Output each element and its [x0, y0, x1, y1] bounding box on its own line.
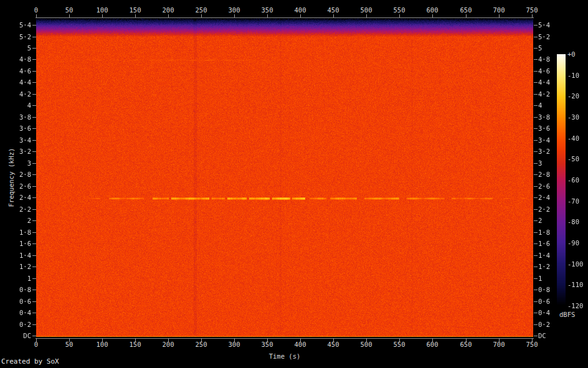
freq-tick-label-left: 4·2	[4, 91, 31, 98]
time-tick-label-bottom: 300	[222, 341, 247, 348]
freq-tick-label-right: 5·4	[538, 22, 566, 29]
freq-tick-right	[534, 301, 538, 302]
freq-tick-left	[32, 267, 36, 267]
time-tick-label-top: 700	[486, 7, 511, 14]
spectrogram-window: Frequency (kHz) Time (s) dBFS Created by…	[0, 0, 588, 368]
time-tick-label-top: 650	[453, 7, 478, 14]
colorbar-tick-label: -60	[567, 177, 588, 184]
freq-tick-left	[32, 105, 36, 106]
freq-tick-left	[32, 197, 36, 198]
freq-tick-label-right: 4·2	[538, 91, 566, 98]
freq-tick-left	[32, 232, 36, 233]
freq-tick-label-right: 0·8	[538, 286, 566, 293]
freq-tick-label-right: 1·4	[538, 252, 566, 259]
freq-tick-left	[32, 48, 36, 49]
time-tick-label-bottom: 200	[156, 341, 181, 348]
freq-tick-right	[534, 186, 538, 187]
freq-tick-label-left: 2·6	[4, 183, 31, 190]
freq-tick-label-right: 4	[538, 102, 566, 109]
time-tick-top	[36, 14, 37, 17]
freq-tick-label-right: 0·6	[538, 298, 566, 305]
time-tick-top	[201, 14, 202, 17]
freq-tick-label-left: 2	[4, 217, 31, 224]
freq-tick-right	[534, 48, 538, 49]
freq-tick-left	[32, 313, 36, 313]
freq-tick-label-left: 1·4	[4, 252, 31, 259]
colorbar-tick-label: -120	[567, 303, 588, 309]
freq-tick-label-right: 0·4	[538, 309, 566, 316]
time-tick-label-bottom: 400	[288, 341, 313, 348]
freq-tick-label-left: 3·8	[4, 114, 31, 121]
freq-tick-label-left: 5·4	[4, 22, 31, 29]
time-tick-label-bottom: 50	[57, 341, 82, 348]
freq-tick-left	[32, 128, 36, 129]
freq-tick-right	[534, 37, 538, 37]
freq-tick-label-left: 4	[4, 102, 31, 109]
freq-tick-left	[32, 255, 36, 256]
freq-tick-label-right: 2	[538, 217, 566, 224]
freq-tick-left	[32, 82, 36, 83]
credit-text: Created by SoX	[1, 357, 59, 366]
freq-tick-right	[534, 255, 538, 256]
freq-tick-left	[32, 151, 36, 152]
time-tick-top	[300, 14, 301, 17]
freq-tick-right	[534, 105, 538, 106]
colorbar-tick-label: -40	[567, 135, 588, 142]
time-tick-label-bottom: 250	[189, 341, 214, 348]
freq-tick-label-right: DC	[538, 333, 566, 339]
freq-tick-label-right: 0·2	[538, 321, 566, 328]
freq-tick-left	[32, 278, 36, 279]
time-tick-label-top: 600	[420, 7, 445, 14]
freq-tick-label-right: 5·2	[538, 34, 566, 40]
freq-tick-right	[534, 140, 538, 141]
freq-tick-label-left: 3	[4, 160, 31, 167]
freq-tick-label-right: 4·4	[538, 79, 566, 86]
freq-tick-left	[32, 59, 36, 60]
freq-tick-left	[32, 140, 36, 141]
freq-tick-left	[32, 94, 36, 95]
colorbar-tick-label: -20	[567, 93, 588, 100]
colorbar-tick-label: -110	[567, 281, 588, 288]
freq-tick-left	[32, 243, 36, 244]
time-tick-label-top: 550	[387, 7, 412, 14]
freq-tick-label-right: 1·2	[538, 263, 566, 270]
time-tick-top	[399, 14, 400, 17]
time-tick-top	[333, 14, 334, 17]
colorbar-tick-label: -30	[567, 114, 588, 121]
time-tick-label-bottom: 650	[453, 341, 478, 348]
time-tick-top	[69, 14, 70, 17]
time-tick-label-top: 400	[288, 7, 313, 14]
freq-tick-left	[32, 220, 36, 221]
freq-tick-right	[534, 197, 538, 198]
time-tick-label-bottom: 0	[24, 341, 49, 348]
time-tick-label-bottom: 150	[123, 341, 148, 348]
time-tick-label-bottom: 100	[90, 341, 115, 348]
colorbar-tick-label: -90	[567, 240, 588, 247]
freq-tick-right	[534, 117, 538, 118]
freq-tick-right	[534, 336, 538, 336]
freq-tick-label-left: 4·4	[4, 79, 31, 86]
freq-tick-label-right: 1·6	[538, 240, 566, 247]
freq-tick-right	[534, 71, 538, 72]
time-tick-top	[499, 14, 500, 17]
time-tick-label-top: 50	[57, 7, 82, 14]
freq-tick-left	[32, 301, 36, 302]
freq-tick-label-left: 3·2	[4, 148, 31, 155]
freq-tick-label-left: 0·4	[4, 309, 31, 316]
freq-tick-label-left: 3·4	[4, 137, 31, 144]
freq-tick-label-left: 2·4	[4, 194, 31, 201]
time-tick-top	[532, 14, 533, 17]
freq-tick-label-left: 4·8	[4, 56, 31, 63]
freq-tick-label-left: 3·6	[4, 125, 31, 132]
freq-tick-label-left: 2·2	[4, 206, 31, 213]
freq-tick-left	[32, 117, 36, 118]
time-tick-label-top: 150	[123, 7, 148, 14]
freq-tick-right	[534, 128, 538, 129]
colorbar-tick-label: -50	[567, 156, 588, 163]
freq-tick-label-right: 2·6	[538, 183, 566, 190]
freq-tick-label-left: 2·8	[4, 171, 31, 178]
freq-tick-right	[534, 220, 538, 221]
freq-tick-label-right: 2·2	[538, 206, 566, 213]
freq-tick-label-left: 1·6	[4, 240, 31, 247]
freq-tick-label-right: 3·8	[538, 114, 566, 121]
